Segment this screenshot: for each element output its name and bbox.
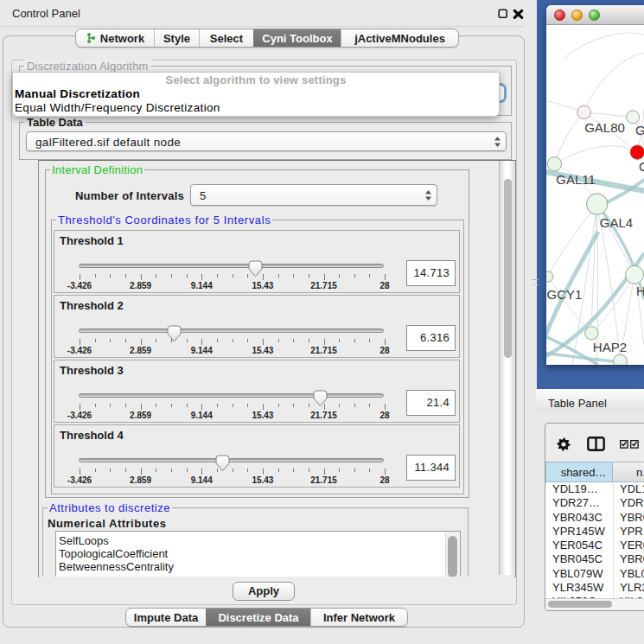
svg-text:GAL11: GAL11	[556, 172, 596, 187]
svg-text:GAL80: GAL80	[584, 120, 625, 135]
svg-text:H: H	[636, 284, 644, 298]
svg-text:GCY1: GCY1	[547, 287, 583, 302]
svg-text:C: C	[639, 159, 644, 174]
svg-text:GAL4: GAL4	[600, 215, 633, 230]
svg-text:HAP2: HAP2	[593, 340, 627, 354]
svg-text:G.: G.	[635, 123, 644, 137]
